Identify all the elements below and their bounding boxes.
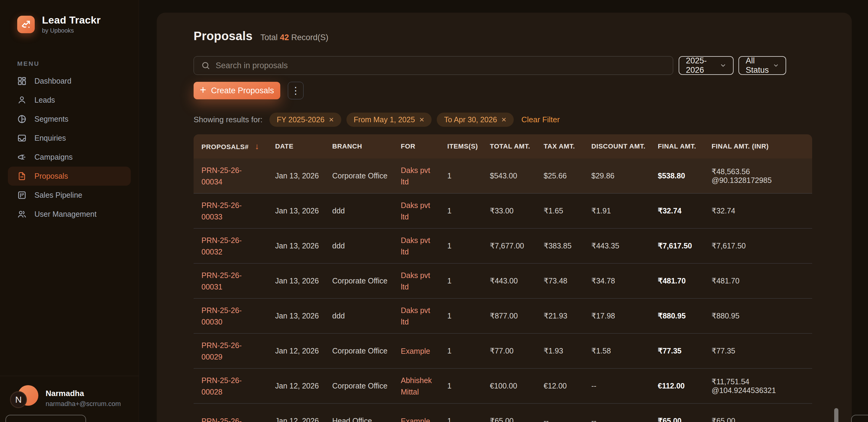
cell-final-amt: ₹880.95 [658,298,712,333]
more-options-button[interactable]: ⋮ [288,82,304,99]
create-proposals-button[interactable]: + Create Proposals [194,82,280,99]
column-header-final-amt[interactable]: FINAL AMT. [658,134,712,159]
sort-descending-icon[interactable]: ↓ [255,141,259,151]
cell-tax-amt: ₹1.93 [544,333,591,368]
sidebar-item-label: Segments [34,115,68,124]
sidebar-item-enquiries[interactable]: Enquiries [8,129,131,148]
proposal-for-link[interactable]: Example [401,345,430,357]
clear-filter-link[interactable]: Clear Filter [521,115,560,124]
cell-tax-amt: -- [544,403,591,422]
proposal-for-link[interactable]: Abhishek Mittal [401,375,432,397]
search-box [194,56,673,75]
filter-chip-from-date[interactable]: From May 1, 2025 ✕ [346,112,432,127]
cell-branch: Corporate Office [332,159,401,194]
chip-close-icon[interactable]: ✕ [419,116,425,124]
cell-branch: ddd [332,194,401,228]
proposal-for-link[interactable]: Daks pvt ltd [401,304,430,327]
proposal-number-link[interactable]: PRN-25-26- [202,415,242,422]
sidebar-item-proposals[interactable]: Proposals [8,167,131,186]
cell-branch: ddd [332,298,401,333]
column-header-discount-amt[interactable]: DISCOUNT AMT. [591,134,658,159]
search-row: 2025-2026 All Status [194,56,812,75]
person-icon [17,95,27,105]
cell-tax-amt: €12.00 [544,368,591,403]
proposals-table-wrap: PROPOSALS# ↓ DATE BRANCH FOR ITEMS(S) TO… [194,134,812,422]
sidebar-item-campaigns[interactable]: Campaigns [8,148,131,167]
proposal-number-link[interactable]: PRN-25-26- 00030 [202,304,242,327]
table-row[interactable]: PRN-25-26- 00028 Jan 12, 2026 Corporate … [194,368,812,403]
proposal-number-link[interactable]: PRN-25-26- 00029 [202,339,242,362]
sidebar-item-label: Proposals [34,172,68,181]
fiscal-year-dropdown[interactable]: 2025-2026 [679,56,734,75]
column-header-branch[interactable]: BRANCH [332,134,401,159]
fiscal-year-value: 2025-2026 [686,56,720,75]
filter-chip-fiscal-year[interactable]: FY 2025-2026 ✕ [270,112,341,127]
sidebar-item-leads[interactable]: Leads [8,91,131,109]
page-header: Proposals Total 42 Record(S) [194,29,812,43]
search-input[interactable] [216,61,665,70]
cell-total-amt: €100.00 [490,368,544,403]
scrollbar[interactable] [834,408,838,422]
column-header-total-amt[interactable]: TOTAL AMT. [490,134,544,159]
records-count: Total 42 Record(S) [260,33,328,42]
table-row[interactable]: PRN-25-26- 00031 Jan 13, 2026 Corporate … [194,263,812,298]
table-row[interactable]: PRN-25-26- 00032 Jan 13, 2026 ddd Daks p… [194,228,812,263]
cell-discount-amt: -- [591,403,658,422]
column-header-date[interactable]: DATE [275,134,332,159]
cell-items: 1 [447,298,490,333]
bottom-panel-edge-right [851,415,868,422]
sidebar-item-label: Dashboard [34,77,71,86]
cell-discount-amt: ₹1.58 [591,333,658,368]
sidebar-item-label: Sales Pipeline [34,191,82,199]
cell-final-amt: ₹65.00 [658,403,712,422]
chip-close-icon[interactable]: ✕ [501,116,507,124]
sidebar: Lead Trackr by Upbooks MENU Dashboard Le… [0,0,139,422]
proposal-number-link[interactable]: PRN-25-26- 00034 [202,164,242,188]
table-row[interactable]: PRN-25-26- 00030 Jan 13, 2026 ddd Daks p… [194,298,812,333]
cell-discount-amt: ₹1.91 [591,194,658,228]
column-header-for[interactable]: FOR [401,134,447,159]
cell-tax-amt: ₹1.65 [544,194,591,228]
chip-close-icon[interactable]: ✕ [329,116,334,124]
table-row[interactable]: PRN-25-26- 00034 Jan 13, 2026 Corporate … [194,159,812,194]
proposal-for-link[interactable]: Daks pvt ltd [401,199,430,223]
column-header-items[interactable]: ITEMS(S) [447,134,490,159]
column-header-tax-amt[interactable]: TAX AMT. [544,134,591,159]
sidebar-item-user-management[interactable]: User Management [8,205,131,224]
cell-total-amt: ₹443.00 [490,263,544,298]
proposal-number-link[interactable]: PRN-25-26- 00033 [202,199,242,223]
column-header-final-amt-inr[interactable]: FINAL AMT. (INR) [712,134,812,159]
cell-final-amt-inr: ₹65.00 [712,403,812,422]
proposal-for-link[interactable]: Example [401,415,430,422]
sidebar-item-segments[interactable]: Segments [8,109,131,129]
plus-icon: + [200,85,206,95]
cell-final-amt: €112.00 [658,368,712,403]
proposal-number-link[interactable]: PRN-25-26- 00032 [202,234,242,258]
proposal-for-link[interactable]: Daks pvt ltd [401,269,430,292]
cell-final-amt-inr: ₹481.70 [712,263,812,298]
table-row[interactable]: PRN-25-26- Jan 12, 2026 Head Office Exam… [194,403,812,422]
proposal-number-link[interactable]: PRN-25-26- 00031 [202,269,242,292]
proposal-for-link[interactable]: Daks pvt ltd [401,164,430,188]
sidebar-item-sales-pipeline[interactable]: Sales Pipeline [8,186,131,205]
proposal-number-link[interactable]: PRN-25-26- 00028 [202,375,242,397]
cell-date: Jan 13, 2026 [275,194,332,228]
document-icon [17,171,27,181]
cell-discount-amt: ₹443.35 [591,228,658,263]
kanban-icon [17,191,27,200]
column-header-proposals[interactable]: PROPOSALS# ↓ [194,134,275,159]
status-dropdown[interactable]: All Status [738,56,786,75]
sidebar-item-dashboard[interactable]: Dashboard [8,71,131,91]
cell-date: Jan 13, 2026 [275,298,332,333]
filter-chip-to-date[interactable]: To Apr 30, 2026 ✕ [437,112,514,127]
table-row[interactable]: PRN-25-26- 00029 Jan 12, 2026 Corporate … [194,333,812,368]
cell-final-amt: ₹32.74 [658,194,712,228]
sidebar-nav: Dashboard Leads Segments Enquiries Campa… [0,71,138,224]
table-row[interactable]: PRN-25-26- 00033 Jan 13, 2026 ddd Daks p… [194,194,812,228]
avatar: N [10,385,39,411]
proposal-for-link[interactable]: Daks pvt ltd [401,234,430,258]
cell-final-amt-inr: ₹32.74 [712,194,812,228]
cell-branch: ddd [332,228,401,263]
cell-final-amt-inr: ₹77.35 [712,333,812,368]
sidebar-item-label: User Management [34,210,97,219]
